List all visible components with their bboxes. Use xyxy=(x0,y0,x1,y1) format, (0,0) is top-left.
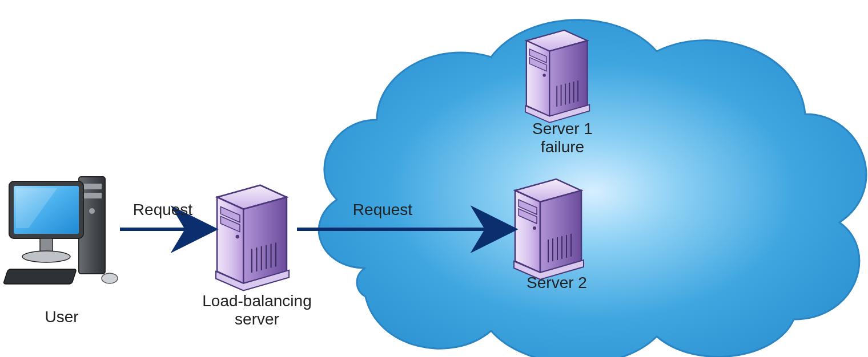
diagram-svg xyxy=(0,0,868,357)
request-label-2: Request xyxy=(343,201,423,219)
request-label-1: Request xyxy=(128,201,197,219)
server-1-icon xyxy=(525,30,589,123)
svg-point-25 xyxy=(22,251,70,262)
svg-rect-19 xyxy=(82,184,102,189)
svg-point-21 xyxy=(89,208,95,214)
load-balancer-label: Load-balancing server xyxy=(188,292,326,328)
server-1-label: Server 1 failure xyxy=(517,120,608,156)
load-balancer-icon xyxy=(216,185,289,291)
cloud-icon xyxy=(319,20,866,357)
server-2-icon xyxy=(514,179,584,279)
user-label: User xyxy=(33,308,90,326)
diagram-stage: User Request Request Load-balancing serv… xyxy=(0,0,868,357)
svg-rect-26 xyxy=(3,269,77,284)
svg-point-27 xyxy=(102,273,118,283)
svg-rect-24 xyxy=(40,238,53,252)
desktop-computer-icon xyxy=(3,177,118,284)
server-2-label: Server 2 xyxy=(511,274,602,292)
svg-rect-20 xyxy=(82,193,102,198)
